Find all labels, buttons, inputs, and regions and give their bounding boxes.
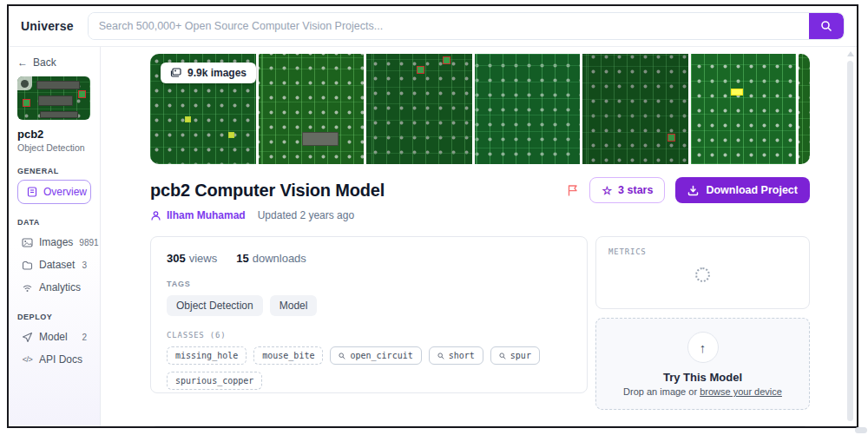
class-pill: spurious_copper [167, 372, 262, 390]
sample-image [799, 54, 810, 164]
sidebar-item-label: Analytics [39, 281, 81, 293]
sidebar-item-analytics[interactable]: Analytics [17, 276, 91, 299]
body: ← Back pcb2 Object Detection GENERAL [9, 47, 857, 426]
tags-label: TAGS [167, 280, 571, 288]
sidebar-item-label: Model [39, 331, 68, 343]
views-value: 305 [167, 252, 186, 265]
class-pill-searchable[interactable]: spur [490, 346, 540, 365]
magnifier-icon [339, 353, 345, 359]
tag-pill[interactable]: Object Detection [167, 295, 263, 316]
search-button[interactable] [809, 13, 844, 39]
overview-icon [26, 187, 37, 198]
sample-image [691, 54, 797, 164]
sidebar-project-name: pcb2 [17, 128, 91, 141]
download-icon [687, 185, 699, 196]
author-link[interactable]: Ilham Muhamad [167, 209, 246, 221]
sidebar-item-dataset[interactable]: Dataset 3 [17, 254, 91, 276]
user-icon [150, 210, 161, 221]
metrics-card: METRICS [595, 236, 810, 309]
sample-image [475, 54, 581, 164]
views-label: views [189, 252, 218, 265]
sidebar-item-model[interactable]: Model 2 [17, 326, 91, 348]
try-model-dropzone[interactable]: ↑ Try This Model Drop an image or browse… [595, 318, 810, 410]
code-icon: </> [22, 354, 33, 366]
downloads-value: 15 [236, 252, 248, 265]
try-model-title: Try This Model [605, 371, 800, 384]
topbar: Universe [9, 6, 857, 47]
flag-icon [567, 184, 579, 197]
updated-label: Updated 2 years ago [258, 209, 354, 221]
tags-row: Object Detection Model [167, 295, 571, 316]
star-count-label: 3 stars [618, 184, 653, 196]
byline: Ilham Muhamad Updated 2 years ago [150, 209, 810, 221]
universe-logo[interactable]: Universe [21, 19, 74, 33]
sidebar-item-label: Dataset [39, 259, 75, 271]
upload-arrow-icon: ↑ [687, 332, 719, 363]
downloads-label: downloads [253, 252, 306, 265]
model-icon [22, 332, 33, 343]
search-bar [88, 12, 845, 40]
public-globe-icon [21, 80, 29, 88]
dataset-icon [22, 260, 33, 271]
browse-device-link[interactable]: browse your device [700, 386, 782, 397]
drop-text: Drop an image or [623, 386, 700, 397]
back-link[interactable]: ← Back [17, 56, 91, 69]
project-thumbnail[interactable] [17, 76, 90, 120]
app-window: Universe ← Back [7, 4, 858, 428]
back-arrow-icon: ← [17, 56, 28, 69]
dataset-count-badge: 3 [82, 260, 87, 270]
cards-row: 305views 15downloads TAGS Object Detecti… [150, 236, 810, 410]
flag-button[interactable] [567, 184, 579, 197]
right-column: METRICS ↑ Try This Model Drop an image o… [595, 236, 810, 410]
class-name: spurious_copper [175, 376, 253, 386]
scrollbar[interactable] [846, 51, 854, 426]
image-count-label: 9.9k images [187, 67, 247, 79]
downloads-stat: 15downloads [236, 252, 306, 265]
sidebar-project-type: Object Detection [17, 142, 91, 153]
image-count-badge[interactable]: 9.9k images [161, 63, 256, 83]
class-pill-searchable[interactable]: short [429, 346, 483, 365]
model-count-badge: 2 [82, 333, 87, 342]
sidebar-item-api-docs[interactable]: </> API Docs [17, 348, 91, 371]
scroll-up-arrow-icon[interactable] [847, 51, 854, 56]
download-project-button[interactable]: Download Project [675, 177, 810, 203]
sidebar-item-label: Images [39, 236, 73, 248]
stats-line: 305views 15downloads [167, 252, 571, 265]
try-model-subtitle: Drop an image or browse your device [605, 386, 800, 397]
stats-card: 305views 15downloads TAGS Object Detecti… [150, 236, 588, 393]
class-pill: missing_hole [167, 346, 247, 365]
class-name: spur [510, 351, 531, 360]
class-pill-searchable[interactable]: open_circuit [330, 346, 421, 365]
sidebar-item-images[interactable]: Images 9891 [17, 231, 91, 254]
classes-label: CLASSES (6) [167, 331, 571, 339]
magnifier-icon [437, 353, 444, 359]
star-icon: ☆ [602, 184, 612, 197]
scrollbar-thumb[interactable] [847, 61, 853, 421]
classes-row: missing_hole mouse_bite open_circuit sho… [167, 346, 571, 390]
class-name: missing_hole [175, 351, 238, 360]
sample-image [259, 54, 365, 164]
search-icon [820, 20, 832, 32]
sample-images-strip[interactable]: 9.9k images [150, 54, 810, 164]
page-title: pcb2 Computer Vision Model [150, 181, 385, 201]
section-label-data: DATA [17, 218, 91, 227]
photos-icon [170, 68, 181, 78]
visibility-badge [17, 76, 32, 90]
star-button[interactable]: ☆ 3 stars [589, 177, 665, 203]
back-label: Back [33, 56, 56, 69]
scroll-corner [855, 427, 867, 433]
magnifier-icon [499, 353, 506, 359]
sidebar-item-label: API Docs [39, 353, 82, 366]
header-actions: ☆ 3 stars Download Project [567, 177, 810, 203]
metrics-label: METRICS [608, 247, 797, 256]
sample-image [366, 54, 472, 164]
views-stat: 305views [167, 252, 217, 265]
sidebar-item-overview[interactable]: Overview [17, 180, 91, 204]
search-input[interactable] [89, 13, 809, 39]
tag-pill[interactable]: Model [270, 295, 318, 316]
title-row: pcb2 Computer Vision Model ☆ 3 stars [150, 177, 810, 203]
images-count-badge: 9891 [79, 238, 98, 247]
analytics-icon [22, 282, 33, 293]
class-name: short [449, 351, 475, 360]
class-name: open_circuit [350, 351, 412, 360]
